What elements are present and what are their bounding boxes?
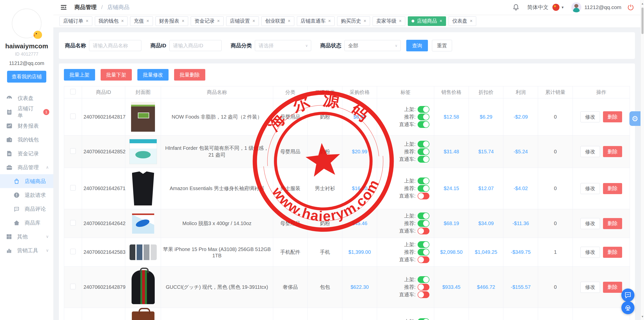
through-train-toggle[interactable] [418, 121, 429, 128]
sidebar-item-fund-records[interactable]: 资金记录 [0, 147, 53, 160]
scrollbar-thumb[interactable] [641, 8, 643, 34]
bell-icon[interactable] [513, 4, 519, 11]
onshelf-toggle[interactable] [418, 276, 429, 283]
edit-button[interactable]: 修改 [580, 218, 600, 229]
onshelf-toggle[interactable] [418, 241, 429, 248]
through-train-toggle[interactable] [418, 156, 429, 163]
scroll-down-arrow[interactable]: ▼ [641, 315, 644, 318]
sidebar-item-shop-orders[interactable]: 店铺订单 1 [0, 105, 53, 119]
recommend-toggle[interactable] [418, 249, 429, 256]
scroll-up-arrow[interactable]: ▲ [641, 2, 644, 5]
sidebar-item-product-management[interactable]: 商品管理 ∧ [0, 160, 53, 174]
delete-button[interactable]: 删除 [603, 183, 622, 194]
through-train-toggle[interactable] [418, 228, 429, 234]
settings-drawer-handle[interactable]: ⚙ [629, 111, 640, 126]
category-select[interactable]: 请选择 ∨ [255, 40, 311, 51]
tab-close-icon[interactable]: × [470, 18, 473, 24]
delete-button[interactable]: 删除 [603, 247, 622, 258]
delete-button[interactable]: 删除 [603, 146, 622, 157]
onshelf-toggle[interactable] [418, 106, 429, 113]
row-checkbox[interactable] [70, 284, 76, 289]
tab[interactable]: 店铺直通车 × [297, 16, 335, 26]
tab[interactable]: 店铺订单 × [59, 16, 92, 26]
sidebar-item-product-comments[interactable]: 商品评论 [0, 202, 53, 216]
row-checkbox[interactable] [70, 249, 76, 254]
delete-button[interactable]: 删除 [603, 111, 622, 122]
batch-onshelf-button[interactable]: 批量上架 [64, 69, 95, 81]
select-all-checkbox[interactable] [70, 89, 76, 94]
sidebar-item-marketing-tools[interactable]: 营销工具 ∨ [0, 243, 53, 257]
sidebar-item-shop-products[interactable]: 店铺商品 [0, 174, 53, 188]
through-train-toggle[interactable] [418, 291, 429, 298]
through-train-toggle[interactable] [418, 256, 429, 263]
tab[interactable]: 我的钱包 × [95, 16, 128, 26]
tab[interactable]: 仪表盘 × [449, 16, 476, 26]
batch-delete-button[interactable]: 批量删除 [174, 69, 205, 81]
tab[interactable]: 卖家等级 × [373, 16, 406, 26]
recommend-toggle[interactable] [418, 284, 429, 291]
onshelf-toggle[interactable] [418, 141, 429, 148]
language-selector[interactable]: 简体中文 [527, 4, 548, 11]
tab[interactable]: 创业联盟 × [261, 16, 294, 26]
tab[interactable]: 购买历史 × [337, 16, 370, 26]
tab[interactable]: 资金记录 × [191, 16, 224, 26]
tab-close-icon[interactable]: × [288, 18, 291, 24]
tab-close-icon[interactable]: × [253, 18, 255, 24]
account-email[interactable]: 11212@qq.com [584, 4, 621, 10]
recommend-toggle[interactable] [418, 220, 429, 227]
tab[interactable]: 店铺设置 × [226, 16, 259, 26]
onshelf-toggle[interactable] [418, 318, 429, 320]
edit-button[interactable]: 修改 [580, 111, 600, 122]
onshelf-toggle[interactable] [418, 177, 429, 184]
tab-close-icon[interactable]: × [399, 18, 402, 24]
through-train-toggle[interactable] [418, 193, 429, 199]
sidebar-item-product-library[interactable]: 商品库 [0, 216, 53, 230]
product-name-input[interactable] [89, 40, 141, 51]
tab-close-icon[interactable]: × [182, 18, 185, 24]
row-checkbox[interactable] [70, 220, 76, 226]
chat-button[interactable] [621, 289, 634, 302]
status-select[interactable]: 全部 ∨ [344, 40, 401, 51]
tab[interactable]: 财务报表 × [155, 16, 188, 26]
tab-close-icon[interactable]: × [217, 18, 220, 24]
delete-button[interactable]: 删除 [603, 282, 622, 293]
tab-close-icon[interactable]: × [146, 18, 149, 24]
tab-close-icon[interactable]: × [328, 18, 331, 24]
batch-edit-button[interactable]: 批量修改 [137, 69, 169, 81]
batch-offshelf-button[interactable]: 批量下架 [101, 69, 132, 81]
vertical-scrollbar[interactable]: ▲ ▼ [640, 0, 644, 320]
tab[interactable]: 店铺商品 × [408, 16, 446, 26]
delete-button[interactable]: 删除 [603, 218, 622, 229]
tab-close-icon[interactable]: × [364, 18, 366, 24]
recommend-toggle[interactable] [418, 185, 429, 192]
customer-service-button[interactable] [621, 301, 634, 314]
china-flag-icon[interactable] [552, 4, 559, 11]
product-id-input[interactable] [169, 40, 222, 51]
sidebar-item-refund-requests[interactable]: 退款请求 [0, 188, 53, 202]
edit-button[interactable]: 修改 [580, 146, 600, 157]
recommend-toggle[interactable] [418, 114, 429, 120]
collapse-sidebar-icon[interactable] [60, 4, 67, 11]
row-checkbox[interactable] [70, 114, 76, 119]
sidebar-item-dashboard[interactable]: 仪表盘 [0, 91, 53, 105]
edit-button[interactable]: 修改 [580, 183, 600, 194]
sidebar-item-finance-report[interactable]: 财务报表 [0, 119, 53, 133]
sidebar-item-other[interactable]: 其他 ∨ [0, 230, 53, 243]
view-shop-button[interactable]: 查看我的店铺 [7, 71, 46, 83]
reset-button[interactable]: 重置 [432, 40, 452, 51]
row-checkbox[interactable] [70, 185, 76, 191]
search-button[interactable]: 查询 [406, 40, 428, 51]
flag-caret-icon[interactable]: ▼ [561, 6, 564, 9]
sidebar-item-my-wallet[interactable]: 我的钱包 [0, 133, 53, 147]
recommend-toggle[interactable] [418, 148, 429, 155]
tab-close-icon[interactable]: × [439, 18, 442, 24]
edit-button[interactable]: 修改 [580, 282, 600, 293]
tab-close-icon[interactable]: × [86, 18, 89, 24]
row-checkbox[interactable] [70, 148, 76, 154]
power-icon[interactable] [627, 4, 634, 11]
tab-close-icon[interactable]: × [121, 18, 124, 24]
edit-button[interactable]: 修改 [580, 247, 600, 258]
tab[interactable]: 充值 × [130, 16, 153, 26]
header-avatar[interactable] [571, 2, 581, 12]
onshelf-toggle[interactable] [418, 212, 429, 219]
